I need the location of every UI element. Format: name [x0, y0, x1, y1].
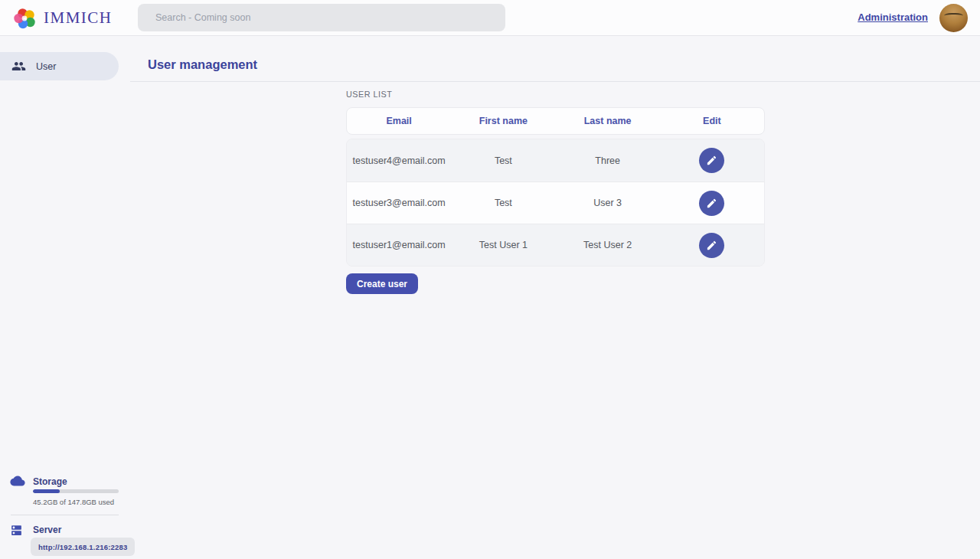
users-icon: [11, 59, 26, 74]
column-header-edit: Edit: [660, 116, 764, 126]
administration-link[interactable]: Administration: [858, 11, 928, 23]
user-table-header: Email First name Last name Edit: [346, 107, 765, 135]
search-input[interactable]: [138, 4, 505, 31]
server-url-badge: http://192.168.1.216:2283: [31, 538, 135, 556]
cell-email: testuser1@email.com: [347, 240, 451, 250]
edit-user-button[interactable]: [699, 233, 724, 258]
cell-first-name: Test: [451, 198, 555, 208]
cell-first-name: Test User 1: [451, 240, 555, 250]
sidebar-divider: [11, 515, 119, 515]
column-header-last-name: Last name: [556, 116, 660, 126]
cell-last-name: User 3: [556, 198, 660, 208]
cell-email: testuser4@email.com: [347, 155, 451, 166]
title-divider: [130, 81, 980, 82]
cell-last-name: Three: [556, 155, 660, 166]
pencil-icon: [706, 240, 717, 251]
column-header-email: Email: [347, 116, 451, 126]
server-icon: [10, 524, 23, 537]
storage-usage-text: 45.2GB of 147.8GB used: [33, 498, 114, 506]
cell-first-name: Test: [451, 155, 555, 166]
page-title: User management: [148, 57, 257, 72]
sidebar-item-label: User: [36, 61, 56, 72]
storage-progress-bar: [33, 489, 119, 493]
storage-title: Storage: [33, 476, 67, 487]
table-row: testuser3@email.com Test User 3: [347, 181, 764, 224]
top-bar: IMMICH Administration: [0, 0, 980, 36]
user-avatar[interactable]: [939, 4, 968, 32]
pencil-icon: [706, 155, 717, 166]
brand-name: IMMICH: [44, 8, 113, 28]
create-user-button[interactable]: Create user: [346, 273, 418, 294]
immich-flower-icon: [14, 7, 37, 30]
cloud-icon: [10, 475, 25, 487]
cell-last-name: Test User 2: [556, 240, 660, 250]
user-list-label: USER LIST: [346, 90, 392, 99]
sidebar-item-user[interactable]: User: [0, 52, 119, 80]
table-row: testuser1@email.com Test User 1 Test Use…: [347, 224, 764, 266]
edit-user-button[interactable]: [699, 148, 724, 173]
cell-email: testuser3@email.com: [347, 198, 451, 208]
edit-user-button[interactable]: [699, 191, 724, 216]
sidebar: User Storage 45.2GB of 147.8GB used Serv…: [0, 36, 130, 559]
user-table-body: testuser4@email.com Test Three testuser3…: [346, 139, 765, 266]
storage-progress-fill: [33, 489, 60, 493]
pencil-icon: [706, 198, 717, 209]
brand: IMMICH: [14, 0, 113, 36]
server-title: Server: [33, 525, 61, 535]
column-header-first-name: First name: [451, 116, 555, 126]
table-row: testuser4@email.com Test Three: [347, 139, 764, 181]
